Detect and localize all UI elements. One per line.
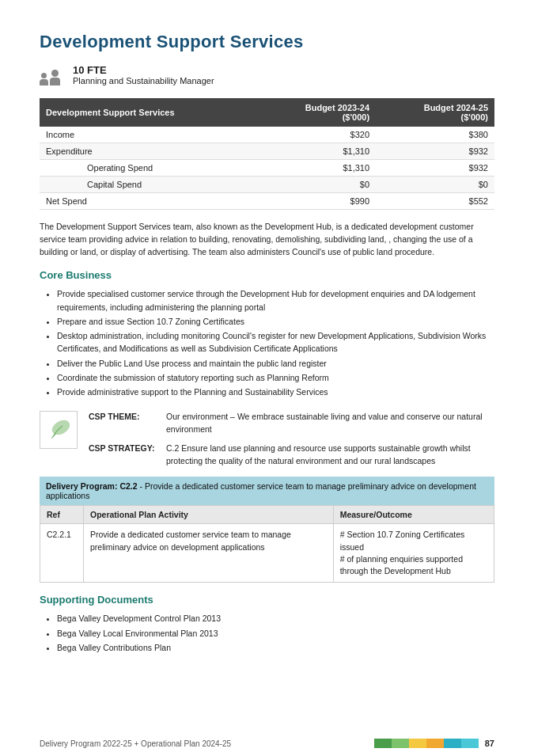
list-item: Deliver the Public Land Use process and … <box>57 357 494 370</box>
list-item: Bega Valley Development Control Plan 201… <box>57 612 494 625</box>
color-block <box>444 739 461 748</box>
table-row: Capital Spend$0$0 <box>40 177 494 193</box>
csp-rows: CSP THEME: Our environment – We embrace … <box>89 411 494 467</box>
table-cell-val2: $320 <box>257 127 376 143</box>
csp-strategy-row: CSP STRATEGY: C.2 Ensure land use planni… <box>89 443 494 468</box>
list-item: Prepare and issue Section 10.7 Zoning Ce… <box>57 315 494 328</box>
footer-text: Delivery Program 2022-25 + Operational P… <box>40 739 231 748</box>
csp-block: CSP THEME: Our environment – We embrace … <box>40 411 494 467</box>
ops-col-measure: Measure/Outcome <box>333 506 494 524</box>
color-block <box>374 739 392 748</box>
table-col3-header: Budget 2024-25 ($'000) <box>376 98 494 127</box>
table-cell-val2: $990 <box>257 193 376 210</box>
footer-right: 87 <box>374 739 494 748</box>
ops-ref: C2.2.1 <box>40 524 84 583</box>
people-icon <box>40 63 65 85</box>
table-row: Expenditure$1,310$932 <box>40 143 494 160</box>
color-blocks <box>374 739 479 748</box>
table-cell-label: Operating Spend <box>40 160 257 177</box>
csp-theme-value: Our environment – We embrace sustainable… <box>166 411 494 436</box>
fte-role: Planning and Sustainability Manager <box>73 76 214 85</box>
list-item: Bega Valley Local Environmental Plan 201… <box>57 627 494 640</box>
csp-theme-label: CSP THEME: <box>89 411 160 436</box>
footer: Delivery Program 2022-25 + Operational P… <box>0 731 534 756</box>
table-cell-label: Income <box>40 127 257 143</box>
color-block <box>409 739 426 748</box>
list-item: Bega Valley Contributions Plan <box>57 641 494 654</box>
budget-table: Development Support Services Budget 2023… <box>40 98 494 210</box>
table-cell-val3: $932 <box>376 143 494 160</box>
list-item: Desktop administration, including monito… <box>57 329 494 355</box>
list-item: Coordinate the submission of statutory r… <box>57 371 494 384</box>
supporting-docs-heading: Supporting Documents <box>40 594 494 606</box>
table-row: Income$320$380 <box>40 127 494 143</box>
ops-col-activity: Operational Plan Activity <box>84 506 334 524</box>
table-row: Operating Spend$1,310$932 <box>40 160 494 177</box>
table-cell-val2: $0 <box>257 177 376 193</box>
table-row: C2.2.1Provide a dedicated customer servi… <box>40 524 494 583</box>
table-cell-label: Capital Spend <box>40 177 257 193</box>
supporting-docs-list: Bega Valley Development Control Plan 201… <box>40 612 494 654</box>
fte-number: 10 FTE <box>73 64 214 76</box>
ops-measure: # Section 10.7 Zoning Certificates issue… <box>333 524 494 583</box>
table-col1-header: Development Support Services <box>40 98 257 127</box>
table-col2-header: Budget 2023-24 ($'000) <box>257 98 376 127</box>
core-business-list: Provide specialised customer service thr… <box>40 287 494 398</box>
leaf-icon <box>40 411 78 449</box>
color-block <box>461 739 479 748</box>
description-paragraph: The Development Support Services team, a… <box>40 221 494 258</box>
table-cell-val3: $0 <box>376 177 494 193</box>
table-cell-val2: $1,310 <box>257 160 376 177</box>
table-cell-label: Net Spend <box>40 193 257 210</box>
csp-strategy-value: C.2 Ensure land use planning and resourc… <box>166 443 494 468</box>
table-cell-val3: $552 <box>376 193 494 210</box>
table-cell-val3: $932 <box>376 160 494 177</box>
fte-row: 10 FTE Planning and Sustainability Manag… <box>40 63 494 85</box>
leaf-svg <box>45 416 72 443</box>
color-block <box>426 739 444 748</box>
table-cell-val2: $1,310 <box>257 143 376 160</box>
table-cell-val3: $380 <box>376 127 494 143</box>
color-block <box>392 739 409 748</box>
delivery-program-header: Delivery Program: C2.2 - Provide a dedic… <box>40 477 494 505</box>
footer-page: 87 <box>485 739 494 748</box>
table-cell-label: Expenditure <box>40 143 257 160</box>
page-title: Development Support Services <box>40 32 494 52</box>
list-item: Provide specialised customer service thr… <box>57 287 494 313</box>
list-item: Provide administrative support to the Pl… <box>57 386 494 398</box>
ops-col-ref: Ref <box>40 506 84 524</box>
ops-table: Ref Operational Plan Activity Measure/Ou… <box>40 505 494 583</box>
csp-strategy-label: CSP STRATEGY: <box>89 443 160 468</box>
ops-activity: Provide a dedicated customer service tea… <box>84 524 334 583</box>
csp-theme-row: CSP THEME: Our environment – We embrace … <box>89 411 494 436</box>
table-row: Net Spend$990$552 <box>40 193 494 210</box>
core-business-heading: Core Business <box>40 269 494 281</box>
